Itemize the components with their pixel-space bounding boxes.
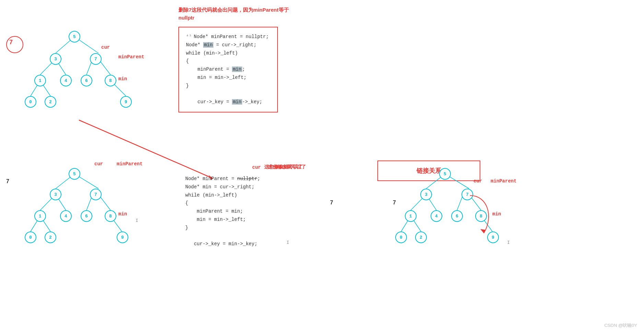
label-min-tree1: min xyxy=(118,76,127,82)
label-min-tree3: min xyxy=(492,211,501,217)
tree1-node-9: 9 xyxy=(120,96,132,108)
code-line-3: while (min->_left) xyxy=(186,49,270,58)
tree1-node-3: 3 xyxy=(50,53,61,65)
red-circle-7 xyxy=(6,36,23,53)
label-cur-tree3: cur xyxy=(473,178,482,184)
label-cur-tree1: cur xyxy=(101,45,110,50)
tree1-node-1: 1 xyxy=(34,75,46,86)
tree3-node-8: 8 xyxy=(475,210,487,222)
tree3-node-6: 6 xyxy=(451,210,463,222)
cursor-label-left: I xyxy=(136,218,138,223)
tree1-node-8: 8 xyxy=(105,75,116,86)
tree3-node-1: 1 xyxy=(405,210,417,222)
tree2-node-8: 8 xyxy=(105,210,116,222)
tree2-node-6: 6 xyxy=(81,210,92,222)
tree2-node-3: 3 xyxy=(50,189,61,200)
annotation-bottom-center-text: 这也修改就可以了 xyxy=(268,164,306,170)
bcode-line-5: minParent = min; xyxy=(185,208,260,216)
tree1-node-2: 2 xyxy=(45,96,56,108)
bcode-line-6: min = min->_left; xyxy=(185,216,260,224)
tree1-node-6: 6 xyxy=(81,75,92,86)
tree3-node-4: 4 xyxy=(431,210,442,222)
tree1-node-0: 0 xyxy=(25,96,36,108)
label-cur-code-bottom: cur xyxy=(252,165,261,170)
tree3-node-9: 9 xyxy=(487,232,499,243)
tree1-lines xyxy=(0,0,172,137)
tree1-node-7: 7 xyxy=(90,53,102,65)
tree1-node-4: 4 xyxy=(60,75,72,86)
svg-marker-29 xyxy=(480,229,485,233)
number-7-mid-right: 7 xyxy=(330,200,333,206)
link-relation-box: 链接关系 xyxy=(377,161,480,181)
svg-line-9 xyxy=(79,120,213,178)
code-line-7: } xyxy=(186,82,270,90)
tree1-node-5: 5 xyxy=(69,31,80,43)
tree3-node-0: 0 xyxy=(395,232,407,243)
tree2-node-0: 0 xyxy=(25,232,36,243)
code-line-8 xyxy=(186,90,270,98)
label-minparent-tree1: minParent xyxy=(118,54,144,60)
cursor-label-right: I xyxy=(286,240,289,245)
top-annotation: 删除7这段代码就会出问题，因为minParent等于 nullptr xyxy=(178,6,289,22)
tree2-node-9: 9 xyxy=(117,232,128,243)
tree2-node-2: 2 xyxy=(45,232,56,243)
code-line-4: { xyxy=(186,57,270,66)
bcode-line-3: while (min->_left) xyxy=(185,191,260,200)
label-cur-tree2: cur xyxy=(94,161,103,167)
bcode-line-7: } xyxy=(185,224,260,232)
bcode-line-8 xyxy=(185,232,260,240)
tree2-node-7: 7 xyxy=(90,189,102,200)
code-line-2: Node* min = cur->_right; xyxy=(186,41,270,49)
number-7-bottom-left: 7 xyxy=(6,178,9,185)
bcode-line-1: Node* minParent = nullptr; xyxy=(185,175,260,183)
tree2-node-1: 1 xyxy=(34,210,46,222)
tree2-lines xyxy=(0,147,172,268)
code-line-5: minParent = min; xyxy=(186,66,270,74)
tree2-node-4: 4 xyxy=(60,210,72,222)
bcode-line-9: cur->_key = min->_key; xyxy=(185,240,260,248)
code-line-9: cur->_key = min->_key; xyxy=(186,98,270,106)
link-relation-label: 链接关系 xyxy=(417,166,441,176)
bcode-line-2: Node* min = cur->_right; xyxy=(185,183,260,191)
watermark-text: CSDN @吠喃0Y xyxy=(604,322,637,329)
label-minparent-tree3: minParent xyxy=(491,178,517,184)
tree3-node-7: 7 xyxy=(461,189,473,200)
tree2-node-5: 5 xyxy=(69,168,80,180)
bcode-line-4: { xyxy=(185,199,260,208)
cursor-label-tree3: I xyxy=(507,240,510,245)
code-line-6: min = min->_left; xyxy=(186,74,270,82)
code-box-bottom: Node* minParent = nullptr; Node* min = c… xyxy=(185,175,260,248)
tree3-node-3: 3 xyxy=(420,189,432,200)
number-7-tree3: 7 xyxy=(393,200,396,206)
code-line-1: ⁴⁵Node* minParent = nullptr; xyxy=(186,33,270,41)
label-min-tree2: min xyxy=(118,211,127,217)
tree3-node-2: 2 xyxy=(415,232,427,243)
code-box-top: ⁴⁵Node* minParent = nullptr; Node* min =… xyxy=(178,27,278,112)
label-minparent-tree2: minParent xyxy=(117,161,143,167)
tree3-node-5: 5 xyxy=(439,168,451,180)
